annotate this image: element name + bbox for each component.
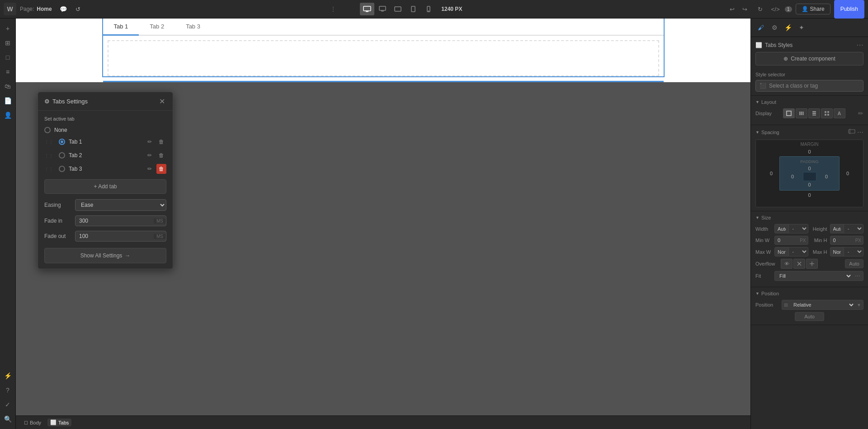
position-select[interactable]: Relative Static Absolute Fixed Sticky xyxy=(790,300,855,309)
margin-top-input[interactable] xyxy=(803,149,816,154)
overflow-auto-label[interactable]: Auto xyxy=(845,259,863,268)
sidebar-cms-icon[interactable]: ≡ xyxy=(1,65,14,78)
edit-tab1-btn[interactable]: ✏ xyxy=(145,137,155,147)
spacing-section-title[interactable]: ▼ Spacing ⋯ xyxy=(755,129,863,136)
undo-btn[interactable]: ↩ xyxy=(726,3,738,15)
sidebar-layers-icon[interactable]: ⊞ xyxy=(1,37,14,49)
position-section-title[interactable]: ▼ Position xyxy=(755,291,863,296)
tablet-landscape-btn[interactable] xyxy=(391,3,405,15)
code-btn[interactable]: </> xyxy=(769,3,781,15)
rpanel-interactions-tab[interactable]: ⚡ xyxy=(782,21,794,34)
max-h-input[interactable] xyxy=(830,248,844,256)
margin-bottom-input[interactable] xyxy=(803,192,816,198)
fade-out-input[interactable] xyxy=(75,231,154,241)
max-w-input[interactable] xyxy=(775,248,788,256)
padding-left-input[interactable] xyxy=(787,174,798,179)
layout-section: ▼ Layout Display xyxy=(751,96,868,125)
radio-tab1-left[interactable]: ⋮⋮ Tab 1 xyxy=(44,139,82,145)
radio-tab3-circle[interactable] xyxy=(59,166,65,172)
redo-btn[interactable]: ↪ xyxy=(739,3,750,15)
radio-tab2-circle[interactable] xyxy=(59,152,65,159)
size-section-title[interactable]: ▼ Size xyxy=(755,215,863,220)
sidebar-search-icon[interactable]: 🔍 xyxy=(1,413,14,425)
position-auto-badge[interactable]: Auto xyxy=(795,312,824,321)
width-input[interactable] xyxy=(775,225,788,233)
drag-handle-tab2[interactable]: ⋮⋮ xyxy=(44,153,53,158)
sidebar-pages-icon[interactable]: 📄 xyxy=(1,94,14,107)
radio-tab1-circle[interactable] xyxy=(59,139,65,145)
overflow-hidden-btn[interactable] xyxy=(793,259,805,269)
tabs-styles-more[interactable]: ⋯ xyxy=(856,41,863,49)
radio-tab3-left[interactable]: ⋮⋮ Tab 3 xyxy=(44,166,82,172)
sidebar-tasks-icon[interactable]: ✓ xyxy=(1,398,14,411)
delete-tab1-btn[interactable]: 🗑 xyxy=(156,137,166,147)
max-h-unit-select[interactable]: -PX xyxy=(844,247,863,256)
comments-btn[interactable]: 💬 xyxy=(57,3,70,15)
topbar-right: ↩ ↪ ↻ </> 1 👤 Share Publish xyxy=(726,0,864,19)
mobile-btn[interactable] xyxy=(421,3,436,15)
create-component-btn[interactable]: ⊕ Create component xyxy=(755,52,863,65)
delete-tab2-btn[interactable]: 🗑 xyxy=(156,150,166,160)
min-h-input[interactable] xyxy=(830,236,854,244)
padding-bottom-input[interactable] xyxy=(803,182,816,187)
tab-2[interactable]: Tab 2 xyxy=(139,19,175,36)
refresh-btn[interactable]: ↻ xyxy=(754,3,766,15)
breadcrumb-body[interactable]: ◻ Body xyxy=(21,419,44,426)
sidebar-help-icon[interactable]: ? xyxy=(1,384,14,396)
rpanel-custom-tab[interactable]: ✦ xyxy=(795,21,808,34)
easing-select[interactable]: Ease Linear Ease In Ease Out Ease In Out xyxy=(75,199,166,211)
display-grid-btn[interactable] xyxy=(821,108,833,118)
sidebar-ecommerce-icon[interactable]: 🛍 xyxy=(1,80,14,93)
radio-tab2-left[interactable]: ⋮⋮ Tab 2 xyxy=(44,152,82,159)
width-unit-select[interactable]: -PX% xyxy=(788,224,808,233)
spacing-more[interactable]: ⋯ xyxy=(857,129,863,136)
fit-select[interactable]: Fill Contain Cover None xyxy=(775,271,852,280)
height-unit-select[interactable]: -PX% xyxy=(844,224,863,233)
drag-handle-tab1[interactable]: ⋮⋮ xyxy=(44,140,53,145)
margin-right-input[interactable] xyxy=(841,171,854,176)
style-selector-input[interactable]: ⬛ Select a class or tag xyxy=(755,80,863,92)
tab-3[interactable]: Tab 3 xyxy=(175,19,211,36)
rpanel-style-tab[interactable]: 🖌 xyxy=(755,21,767,34)
add-tab-btn[interactable]: + Add tab xyxy=(44,179,166,194)
sidebar-logic-icon[interactable]: ⚡ xyxy=(1,369,14,382)
radio-none-left[interactable]: None xyxy=(44,127,67,133)
fit-more-btn[interactable]: ⋯ xyxy=(852,271,863,280)
history-btn[interactable]: ↺ xyxy=(72,3,85,15)
layout-section-title[interactable]: ▼ Layout xyxy=(755,99,863,105)
min-w-input[interactable] xyxy=(775,236,798,244)
overflow-visible-btn[interactable]: 👁 xyxy=(781,259,793,269)
max-w-unit-select[interactable]: -PX xyxy=(788,247,808,256)
sidebar-users-icon[interactable]: 👤 xyxy=(1,109,14,121)
desktop-btn[interactable] xyxy=(375,3,390,15)
breadcrumb-tabs[interactable]: ⬜ Tabs xyxy=(47,419,71,426)
fade-in-input[interactable] xyxy=(75,216,154,226)
radio-none-circle[interactable] xyxy=(44,127,51,133)
publish-btn[interactable]: Publish xyxy=(834,0,864,19)
sidebar-add-icon[interactable]: + xyxy=(1,22,14,35)
edit-tab2-btn[interactable]: ✏ xyxy=(145,150,155,160)
page-name[interactable]: Home xyxy=(37,6,52,12)
rpanel-settings-tab[interactable]: ⚙ xyxy=(768,21,781,34)
display-edit-btn[interactable]: ✏ xyxy=(858,110,863,117)
display-flex-h-btn[interactable] xyxy=(796,108,807,118)
show-all-settings-btn[interactable]: Show All Settings → xyxy=(44,248,166,263)
height-input[interactable] xyxy=(830,225,844,233)
settings-close-btn[interactable]: ✕ xyxy=(157,97,166,106)
height-input-wrap: -PX% xyxy=(830,224,864,233)
desktop-large-btn[interactable] xyxy=(360,3,374,15)
margin-left-input[interactable] xyxy=(765,171,778,176)
edit-tab3-btn[interactable]: ✏ xyxy=(145,164,155,174)
delete-tab3-btn[interactable]: 🗑 xyxy=(156,164,166,174)
sidebar-assets-icon[interactable]: □ xyxy=(1,51,14,64)
display-flex-v-btn[interactable] xyxy=(808,108,820,118)
padding-top-input[interactable] xyxy=(803,166,816,171)
drag-handle-tab3[interactable]: ⋮⋮ xyxy=(44,167,53,172)
tab-1[interactable]: Tab 1 xyxy=(103,19,139,36)
share-btn[interactable]: 👤 Share xyxy=(796,4,830,14)
display-text-btn[interactable]: A xyxy=(834,108,845,118)
tablet-btn[interactable] xyxy=(406,3,420,15)
padding-right-input[interactable] xyxy=(821,174,832,179)
display-block-btn[interactable] xyxy=(783,108,795,118)
overflow-scroll-btn[interactable] xyxy=(806,259,818,269)
